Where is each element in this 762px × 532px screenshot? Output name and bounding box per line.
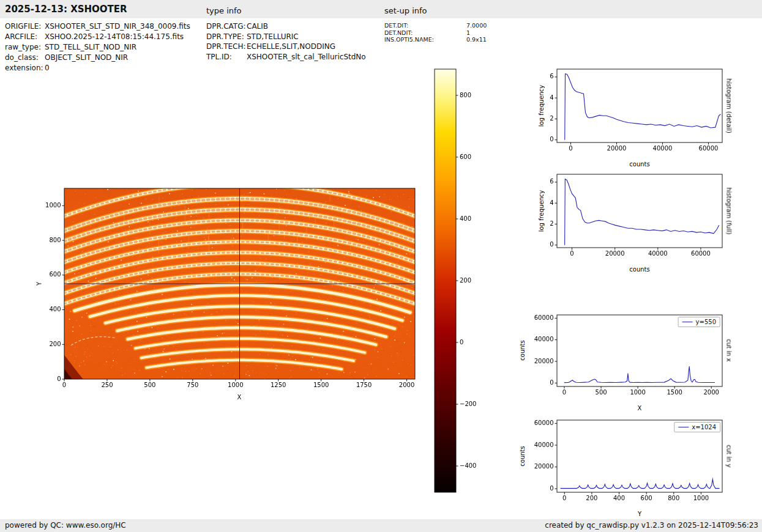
meta-value: 1	[466, 29, 470, 37]
meta-value: STD,TELLURIC	[247, 32, 299, 43]
meta-label: DET.DIT:	[384, 22, 466, 29]
meta-label: ARCFILE:	[5, 32, 45, 43]
cut-in-y-legend: x=1024	[674, 422, 720, 432]
detector-image-canvas	[34, 181, 428, 404]
legend-line-swatch	[678, 427, 689, 427]
histogram-detail-canvas	[545, 66, 727, 159]
meta-label: DPR.TYPE:	[206, 32, 247, 43]
meta-label: DET.NDIT:	[384, 29, 466, 37]
meta-row: DPR.TECH:ECHELLE,SLIT,NODDING	[206, 42, 366, 53]
setup-info-block: DET.DIT:7.0000DET.NDIT:1INS.OPTI5.NAME:0…	[384, 22, 487, 43]
meta-label: DPR.CATG:	[206, 22, 247, 32]
meta-value: 0	[45, 64, 50, 74]
meta-row: INS.OPTI5.NAME:0.9x11	[384, 36, 487, 43]
cut-in-x-legend: y=550	[678, 317, 720, 327]
page-title: 2025-12-13: XSHOOTER	[5, 4, 127, 15]
file-info-block: ORIGFILE:XSHOOTER_SLT_STD_NIR_348_0009.f…	[5, 22, 190, 74]
meta-row: DPR.TYPE:STD,TELLURIC	[206, 32, 366, 43]
meta-value: CALIB	[247, 22, 268, 32]
meta-value: XSHOO.2025-12-14T08:15:44.175.fits	[45, 32, 184, 43]
footer-left-text: powered by QC: www.eso.org/HC	[5, 521, 126, 530]
meta-value: XSHOOTER_SLT_STD_NIR_348_0009.fits	[45, 22, 190, 32]
detector-xaxis-label: X	[237, 394, 242, 401]
histogram-detail-xlabel: counts	[629, 161, 649, 168]
type-info-heading: type info	[206, 6, 242, 15]
detector-yaxis-label: Y	[36, 282, 43, 286]
histogram-full-ylabel: log frequency	[538, 190, 545, 232]
meta-value: 7.0000	[466, 22, 487, 29]
meta-row: ARCFILE:XSHOO.2025-12-14T08:15:44.175.fi…	[5, 32, 190, 43]
meta-row: TPL.ID:XSHOOTER_slt_cal_TelluricStdNo	[206, 53, 366, 63]
histogram-detail-title: histogram (detail)	[726, 78, 733, 133]
meta-label: raw_type:	[5, 43, 45, 53]
meta-label: do_class:	[5, 53, 45, 64]
histogram-full-canvas	[545, 171, 727, 264]
meta-row: ORIGFILE:XSHOOTER_SLT_STD_NIR_348_0009.f…	[5, 22, 190, 32]
meta-label: DPR.TECH:	[206, 42, 247, 53]
colorbar-canvas	[432, 67, 484, 495]
histogram-full-xlabel: counts	[629, 266, 649, 273]
legend-label: x=1024	[692, 424, 716, 430]
meta-value: ECHELLE,SLIT,NODDING	[247, 42, 335, 53]
meta-label: TPL.ID:	[206, 53, 247, 63]
cut-in-y-title: cut in y	[726, 445, 733, 467]
qc-report-page: 2025-12-13: XSHOOTER type info set-up in…	[0, 0, 762, 532]
meta-row: DET.NDIT:1	[384, 29, 487, 37]
footer-bar: powered by QC: www.eso.org/HC created by…	[0, 519, 762, 532]
meta-value: STD_TELL_SLIT_NOD_NIR	[45, 43, 136, 53]
cut-in-x-xlabel: X	[638, 405, 642, 412]
meta-row: extension:0	[5, 64, 190, 74]
meta-label: INS.OPTI5.NAME:	[384, 36, 466, 43]
cut-in-y-xlabel: Y	[638, 511, 641, 517]
meta-value: OBJECT_SLIT_NOD_NIR	[45, 53, 128, 64]
meta-row: do_class:OBJECT_SLIT_NOD_NIR	[5, 53, 190, 64]
meta-row: DET.DIT:7.0000	[384, 22, 487, 29]
type-info-block: DPR.CATG:CALIBDPR.TYPE:STD,TELLURICDPR.T…	[206, 22, 366, 62]
histogram-full-title: histogram (full)	[726, 187, 733, 234]
meta-value: XSHOOTER_slt_cal_TelluricStdNo	[247, 53, 366, 63]
meta-value: 0.9x11	[466, 36, 487, 43]
cut-in-x-ylabel: counts	[519, 340, 526, 360]
cut-in-x-title: cut in x	[726, 339, 733, 361]
meta-label: ORIGFILE:	[5, 22, 45, 32]
meta-label: extension:	[5, 64, 45, 74]
footer-right-text: created by qc_rawdisp.py v1.2.3 on 2025-…	[545, 521, 758, 530]
setup-info-heading: set-up info	[384, 6, 427, 15]
histogram-detail-ylabel: log frequency	[538, 85, 545, 127]
meta-row: DPR.CATG:CALIB	[206, 22, 366, 32]
header-bar: 2025-12-13: XSHOOTER type info set-up in…	[0, 0, 762, 18]
legend-line-swatch	[682, 322, 693, 322]
meta-row: raw_type:STD_TELL_SLIT_NOD_NIR	[5, 43, 190, 53]
cut-in-y-ylabel: counts	[519, 446, 526, 466]
legend-label: y=550	[696, 319, 716, 325]
